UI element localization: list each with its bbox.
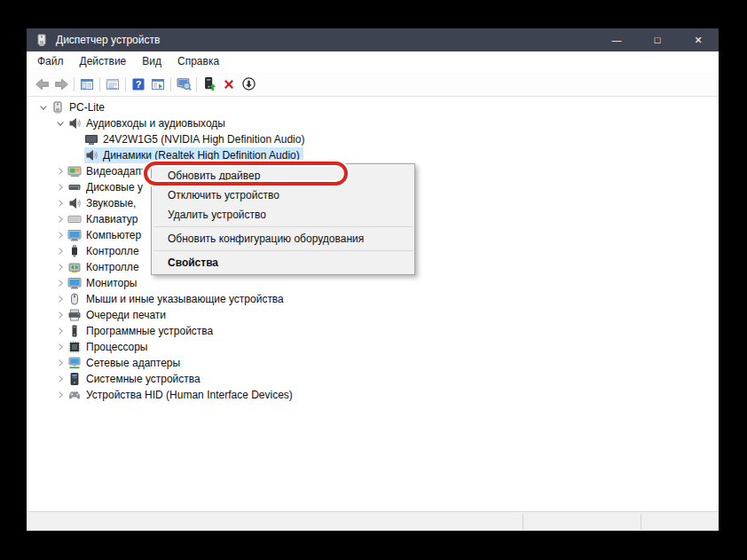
tree-label: Устройства HID (Human Interface Devices) bbox=[86, 389, 293, 401]
usb-icon bbox=[67, 244, 82, 258]
maximize-button[interactable]: □ bbox=[637, 28, 678, 51]
tree-label: Аудиовходы и аудиовыходы bbox=[86, 117, 225, 130]
chevron-right-icon[interactable] bbox=[52, 196, 67, 210]
disable-device-icon bbox=[241, 76, 256, 91]
tree-label: Процессоры bbox=[86, 341, 148, 353]
disable-device-button[interactable] bbox=[239, 75, 258, 94]
hid-icon bbox=[67, 388, 82, 402]
tree-row-dynamics-realtek[interactable]: Динамики (Realtek High Definition Audio) bbox=[27, 147, 719, 163]
properties-button[interactable] bbox=[103, 75, 122, 94]
chevron-right-icon[interactable] bbox=[52, 372, 67, 386]
chevron-right-icon[interactable] bbox=[52, 244, 67, 258]
forward-button[interactable] bbox=[51, 75, 71, 94]
action-pane-button[interactable] bbox=[148, 75, 168, 94]
tree-row-monitors[interactable]: Мониторы bbox=[27, 275, 719, 291]
window-title: Диспетчер устройств bbox=[56, 34, 160, 46]
status-divider bbox=[523, 514, 523, 529]
menu-item-disable-device[interactable]: Отключить устройство bbox=[152, 185, 414, 205]
forward-icon bbox=[54, 76, 69, 91]
context-menu: Обновить драйвер Отключить устройство Уд… bbox=[151, 163, 415, 275]
app-icon bbox=[35, 33, 49, 47]
network-adapter-icon bbox=[67, 356, 82, 370]
chevron-down-icon[interactable] bbox=[52, 116, 67, 130]
menu-item-uninstall-device[interactable]: Удалить устройство bbox=[152, 205, 414, 225]
system-device-icon bbox=[67, 372, 82, 386]
menu-view[interactable]: Вид bbox=[134, 51, 169, 72]
keyboard-icon bbox=[67, 212, 82, 226]
chevron-right-icon[interactable] bbox=[52, 308, 67, 322]
uninstall-device-icon bbox=[222, 77, 236, 91]
tree-label: Очереди печати bbox=[86, 309, 166, 321]
chevron-right-icon[interactable] bbox=[52, 292, 67, 306]
tree-row-pc-lite[interactable]: PC-Lite bbox=[27, 99, 719, 115]
speaker-icon bbox=[84, 148, 98, 162]
menu-item-scan-hardware[interactable]: Обновить конфигурацию оборудования bbox=[152, 229, 414, 248]
tree-label: Клавиатур bbox=[86, 213, 138, 225]
menu-item-properties[interactable]: Свойства bbox=[152, 253, 414, 272]
chevron-right-icon[interactable] bbox=[52, 388, 67, 402]
minimize-button[interactable]: — bbox=[596, 28, 637, 51]
tree-row-nvidia-audio[interactable]: 24V2W1G5 (NVIDIA High Definition Audio) bbox=[27, 131, 719, 147]
monitor-dark-icon bbox=[84, 132, 98, 146]
close-button[interactable]: ✕ bbox=[678, 28, 719, 51]
software-device-icon bbox=[67, 324, 82, 338]
update-driver-button[interactable] bbox=[200, 75, 219, 94]
chevron-right-icon[interactable] bbox=[52, 164, 67, 178]
tree-label: PC-Lite bbox=[69, 101, 105, 114]
action-pane-icon bbox=[151, 77, 165, 91]
menu-file[interactable]: Файл bbox=[29, 51, 72, 72]
tree-row-mice[interactable]: Мыши и иные указывающие устройства bbox=[27, 291, 719, 307]
speaker-icon bbox=[67, 116, 82, 130]
help-button[interactable]: ? bbox=[129, 75, 148, 94]
chevron-right-icon[interactable] bbox=[52, 228, 67, 242]
toolbar: ? bbox=[27, 72, 719, 97]
scan-hardware-changes-icon bbox=[177, 76, 192, 91]
toolbar-separator bbox=[170, 77, 171, 91]
toolbar-separator bbox=[74, 77, 75, 91]
menu-bar: Файл Действие Вид Справка bbox=[27, 51, 719, 72]
tree-label: Контролле bbox=[86, 245, 139, 257]
menu-help[interactable]: Справка bbox=[169, 51, 227, 72]
tree-row-print-queues[interactable]: Очереди печати bbox=[27, 307, 719, 323]
chevron-right-icon[interactable] bbox=[52, 276, 67, 290]
toolbar-separator bbox=[99, 77, 100, 91]
tree-row-hid-devices[interactable]: Устройства HID (Human Interface Devices) bbox=[27, 387, 719, 403]
video-adapter-icon bbox=[67, 164, 82, 178]
tree-label: Системные устройства bbox=[86, 373, 201, 385]
cpu-icon bbox=[67, 340, 82, 354]
titlebar[interactable]: Диспетчер устройств — □ ✕ bbox=[27, 28, 719, 51]
menu-action[interactable]: Действие bbox=[72, 51, 135, 72]
status-bar bbox=[27, 511, 719, 531]
scan-hardware-changes-button[interactable] bbox=[174, 75, 193, 94]
tree-row-processors[interactable]: Процессоры bbox=[27, 339, 719, 355]
computer-icon bbox=[51, 100, 65, 114]
back-button[interactable] bbox=[32, 75, 51, 94]
chevron-right-icon[interactable] bbox=[52, 356, 67, 370]
chevron-right-icon[interactable] bbox=[52, 324, 67, 338]
uninstall-device-button[interactable] bbox=[219, 75, 239, 94]
tree-label: Контролле bbox=[86, 261, 139, 273]
back-icon bbox=[35, 76, 50, 91]
tree-row-network-adapters[interactable]: Сетевые адаптеры bbox=[27, 355, 719, 371]
tree-row-software-devices[interactable]: Программные устройства bbox=[27, 323, 719, 339]
disk-drive-icon bbox=[67, 180, 82, 194]
chevron-right-icon[interactable] bbox=[52, 180, 67, 194]
tree-label: Динамики (Realtek High Definition Audio) bbox=[103, 149, 300, 162]
chevron-down-icon[interactable] bbox=[35, 100, 51, 114]
storage-controller-icon bbox=[67, 260, 82, 274]
menu-separator bbox=[153, 226, 413, 227]
menu-item-update-driver[interactable]: Обновить драйвер bbox=[152, 166, 414, 185]
toolbar-separator bbox=[196, 77, 197, 91]
show-console-tree-button[interactable] bbox=[77, 75, 97, 94]
tree-row-audio-inputs[interactable]: Аудиовходы и аудиовыходы bbox=[27, 115, 719, 131]
tree-row-system-devices[interactable]: Системные устройства bbox=[27, 371, 719, 387]
mouse-icon bbox=[67, 292, 82, 306]
tree-label: Звуковые, bbox=[86, 197, 136, 209]
printer-icon bbox=[67, 308, 82, 322]
tree-label: 24V2W1G5 (NVIDIA High Definition Audio) bbox=[103, 133, 304, 146]
toolbar-separator bbox=[125, 77, 126, 91]
tree-label: Видеоадапт bbox=[86, 165, 145, 177]
chevron-right-icon[interactable] bbox=[52, 340, 67, 354]
chevron-right-icon[interactable] bbox=[52, 212, 67, 226]
chevron-right-icon[interactable] bbox=[52, 260, 67, 274]
